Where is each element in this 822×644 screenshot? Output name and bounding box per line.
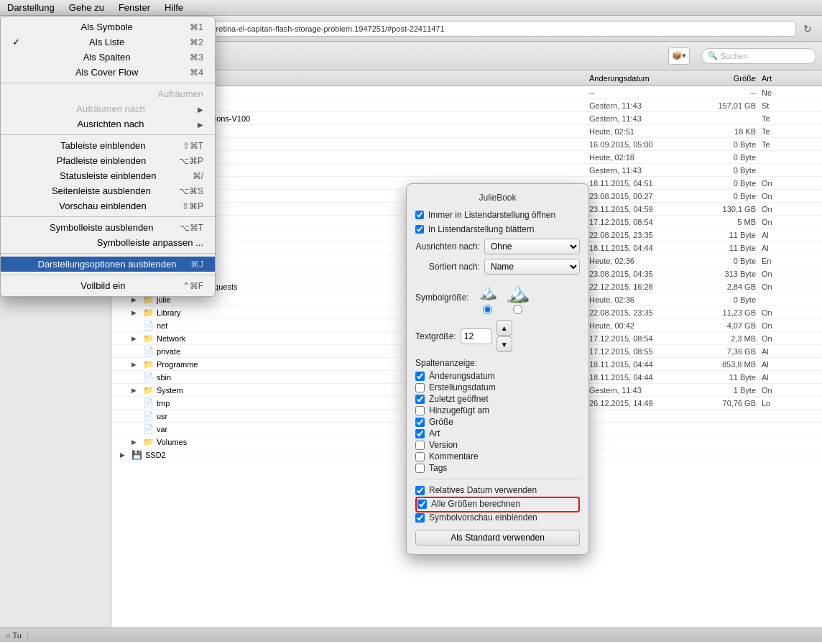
file-list-header: Name ▾ Änderungsdatum Größe Art	[111, 70, 822, 86]
menu-label-pfadleiste: Pfadleiste einblenden	[57, 155, 146, 166]
menu-shortcut-coverflow: ⌘4	[190, 68, 203, 78]
file-size: 130,1 GB	[704, 205, 762, 213]
header-kind[interactable]: Art	[762, 74, 819, 83]
file-date: Gestern, 11:43	[589, 166, 704, 175]
cb-spalten-3[interactable]	[415, 406, 425, 415]
menu-tableiste[interactable]: Tableiste einblenden ⇧⌘T	[1, 138, 215, 153]
table-row[interactable]: 📄 .fseventsd Heute, 02:18 0 Byte	[111, 151, 822, 164]
file-kind: On	[762, 321, 819, 330]
reload-button[interactable]: ↻	[799, 20, 816, 37]
menubar-fenster[interactable]: Fenster	[111, 1, 157, 14]
menu-vollbild[interactable]: Vollbild ein ⌃⌘F	[1, 278, 215, 293]
expand-arrow: ▶	[131, 387, 140, 394]
menu-darstellungsoptionen[interactable]: Darstellungsoptionen ausblenden ⌘J	[1, 257, 215, 272]
dialog-sortiert-row: Sortiert nach: Name	[415, 259, 580, 275]
icon-sample-small: 🏔️	[476, 280, 499, 303]
menu-shortcut-darstellungsoptionen: ⌘J	[190, 259, 203, 270]
cb-immer[interactable]	[415, 211, 424, 219]
menu-als-symbole[interactable]: Als Symbole ⌘1	[1, 19, 215, 34]
header-date[interactable]: Änderungsdatum	[589, 74, 704, 83]
menu-shortcut-vollbild: ⌃⌘F	[183, 281, 203, 291]
spalten-label-1: Erstellungsdatum	[429, 382, 496, 392]
cb-spalten-2[interactable]	[415, 395, 425, 404]
cb-spalten-1[interactable]	[415, 383, 425, 392]
dropbox-btn[interactable]: 📦▾	[668, 47, 690, 65]
cb-relativ[interactable]	[415, 486, 425, 495]
file-icon: 📄	[143, 411, 154, 421]
menubar-gehe-zu[interactable]: Gehe zu	[62, 1, 111, 14]
ausrichten-select[interactable]: Ohne	[484, 239, 580, 254]
menu-label-statusleiste: Statusleiste einblenden	[60, 170, 156, 181]
menu-als-liste[interactable]: ✓ Als Liste ⌘2	[1, 34, 215, 50]
cb-in[interactable]	[415, 225, 424, 234]
menu-symbolleiste-ausblenden[interactable]: Symbolleiste ausblenden ⌥⌘T	[1, 220, 215, 235]
file-icon: 📁	[143, 385, 154, 395]
file-kind: Al	[762, 347, 819, 356]
table-row[interactable]: ▶ 🌐 Netzwerk -- -- Ne	[111, 86, 822, 99]
dialog-row-symbol: Symbolvorschau einblenden	[415, 512, 580, 523]
menu-pfadleiste[interactable]: Pfadleiste einblenden ⌥⌘P	[1, 153, 215, 168]
file-icon: 💾	[131, 450, 142, 460]
file-kind: Ne	[762, 88, 819, 97]
search-box[interactable]: 🔍 Suchen	[701, 48, 816, 64]
file-name: sbin	[157, 373, 171, 382]
table-row[interactable]: ▼ 💾 SSD1 Gestern, 11:43 157,01 GB St	[111, 99, 822, 112]
cb-allgroessen-label: Alle Größen berechnen	[431, 499, 520, 509]
menu-statusleiste[interactable]: Statusleiste einblenden ⌘/	[1, 168, 215, 183]
menubar-darstellung[interactable]: Darstellung	[0, 1, 62, 14]
cb-spalten-0[interactable]	[415, 372, 425, 381]
icon-choice-small: 🏔️	[476, 280, 499, 314]
menu-label-vorschau: Vorschau einblenden	[59, 201, 146, 211]
menu-ausrichten-nach[interactable]: Ausrichten nach	[1, 116, 215, 132]
file-kind: Te	[762, 140, 819, 149]
table-row[interactable]: 📄 .MobileBackups Gestern, 11:43 0 Byte	[111, 164, 822, 177]
expand-arrow: ▶	[120, 451, 129, 459]
stepper-down[interactable]: ▼	[497, 336, 512, 352]
cb-spalten-8[interactable]	[415, 464, 425, 473]
cb-spalten-5[interactable]	[415, 429, 425, 438]
menu-label-symbolleiste-anpassen: Symbolleiste anpassen ...	[97, 237, 203, 248]
file-date: 16.09.2015, 05:00	[589, 140, 704, 149]
spalten-label-2: Zuletzt geöffnet	[429, 394, 489, 404]
file-kind: On	[762, 218, 819, 226]
file-name: System	[157, 386, 183, 395]
file-date: Gestern, 11:43	[589, 386, 704, 395]
textgroesse-input[interactable]	[461, 328, 492, 344]
menu-als-spalten[interactable]: Als Spalten ⌘3	[1, 50, 215, 65]
menu-shortcut-tableiste: ⇧⌘T	[183, 141, 203, 151]
menu-arrow-ausrichten	[198, 119, 203, 129]
sortiert-select[interactable]: Name	[484, 259, 580, 275]
cb-spalten-6[interactable]	[415, 441, 425, 450]
stepper-up[interactable]: ▲	[497, 320, 512, 336]
radio-icon-large[interactable]	[513, 305, 522, 314]
search-placeholder: Suchen	[721, 52, 747, 60]
menu-symbolleiste-anpassen[interactable]: Symbolleiste anpassen ...	[1, 235, 215, 250]
file-date: Gestern, 11:43	[589, 101, 704, 110]
file-size: --	[704, 88, 762, 97]
file-date: 22.08.2015, 23:35	[589, 231, 704, 239]
menu-vorschau[interactable]: Vorschau einblenden ⇧⌘P	[1, 198, 215, 213]
file-kind: Al	[762, 360, 819, 369]
menu-als-coverflow[interactable]: Als Cover Flow ⌘4	[1, 65, 215, 80]
file-date: 18.11.2015, 04:44	[589, 373, 704, 382]
std-btn[interactable]: Als Standard verwenden	[415, 530, 580, 546]
file-kind: Al	[762, 231, 819, 239]
table-row[interactable]: 📄 .file 16.09.2015, 05:00 0 Byte Te	[111, 138, 822, 151]
menu-seitenleiste[interactable]: Seitenleiste ausblenden ⌥⌘S	[1, 183, 215, 198]
cb-spalten-4[interactable]	[415, 418, 425, 427]
file-size: 0 Byte	[704, 295, 762, 304]
dialog-row-immer: Immer in Listendarstellung öffnen	[415, 210, 580, 220]
file-icon: 📄	[143, 398, 154, 408]
dialog-row-allgroessen: Alle Größen berechnen	[417, 499, 578, 509]
dialog-spalten-list: Änderungsdatum Erstellungsdatum Zuletzt …	[415, 371, 580, 473]
cb-allgroessen[interactable]	[417, 500, 427, 509]
cb-spalten-7[interactable]	[415, 452, 425, 461]
file-name: net	[157, 321, 167, 330]
cb-symbol[interactable]	[415, 513, 425, 523]
table-row[interactable]: 📄 .DocumentRevisions-V100 Gestern, 11:43…	[111, 112, 822, 125]
table-row[interactable]: 📄 .DS_Store Heute, 02:51 18 KB Te	[111, 125, 822, 138]
menubar-hilfe[interactable]: Hilfe	[157, 1, 190, 14]
radio-icon-small[interactable]	[483, 305, 492, 314]
header-size[interactable]: Größe	[704, 74, 762, 83]
menu-label-als-symbole: Als Symbole	[81, 22, 133, 32]
